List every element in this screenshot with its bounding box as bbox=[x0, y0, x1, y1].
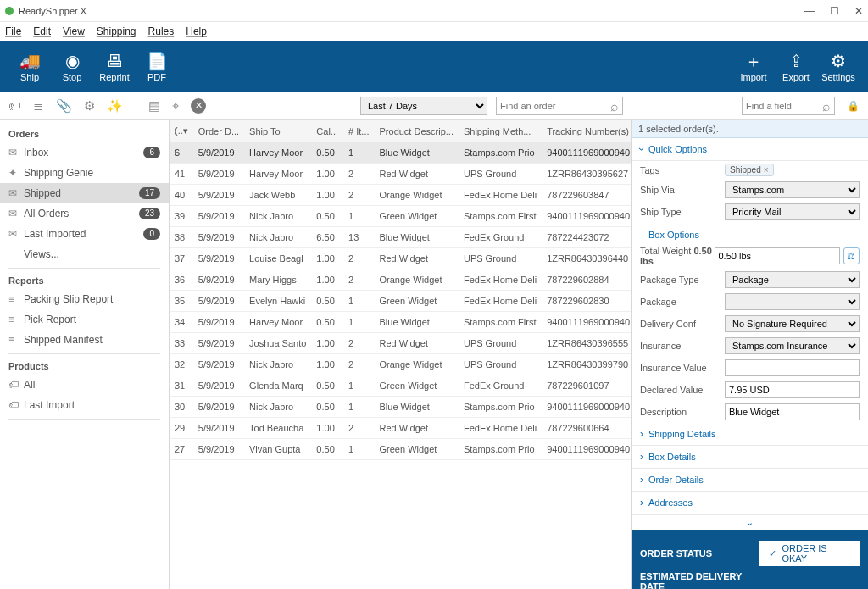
table-row[interactable]: 405/9/2019Jack Webb1.002Orange WidgetFed… bbox=[170, 185, 631, 206]
ship-button[interactable]: 🚚Ship bbox=[8, 50, 51, 82]
package-select[interactable] bbox=[725, 293, 860, 310]
import-button[interactable]: ＋Import bbox=[732, 50, 775, 82]
table-row[interactable]: 415/9/2019Harvey Moor1.002Red WidgetUPS … bbox=[170, 164, 631, 185]
menu-help[interactable]: Help bbox=[186, 25, 207, 37]
table-row[interactable]: 385/9/2019Nick Jabro6.5013Blue WidgetFed… bbox=[170, 227, 631, 248]
package-type-select[interactable]: Package bbox=[725, 271, 860, 288]
section-box-details[interactable]: Box Details bbox=[632, 446, 868, 469]
export-button[interactable]: ⇪Export bbox=[775, 50, 817, 82]
settings-button-icon: ⚙ bbox=[831, 50, 846, 72]
sidebar-item-pick-report[interactable]: ≡Pick Report bbox=[0, 309, 169, 330]
delivery-conf-select[interactable]: No Signature Required bbox=[725, 315, 860, 332]
note-icon[interactable]: ▤ bbox=[148, 98, 160, 114]
insurance-select[interactable]: Stamps.com Insurance bbox=[725, 337, 860, 354]
table-row[interactable]: 395/9/2019Nick Jabro0.501Green WidgetSta… bbox=[170, 206, 631, 227]
table-row[interactable]: 325/9/2019Nick Jabro1.002Orange WidgetUP… bbox=[170, 354, 631, 375]
shipped-badge: 17 bbox=[139, 187, 160, 199]
crosshair-icon[interactable]: ⌖ bbox=[172, 98, 179, 114]
sidebar-item-inbox[interactable]: ✉Inbox6 bbox=[0, 142, 169, 163]
box-options-header: Box Options bbox=[632, 223, 868, 243]
col-header[interactable]: Product Descrip... bbox=[375, 120, 459, 142]
reprint-button-icon: 🖶 bbox=[106, 50, 123, 72]
shiptype-label: Ship Type bbox=[640, 207, 725, 217]
details-panel: 1 selected order(s). Quick Options Tags … bbox=[631, 120, 868, 589]
tag-shipped[interactable]: Shipped× bbox=[725, 164, 774, 176]
lock-add-icon[interactable]: 🔒 bbox=[847, 100, 860, 112]
all-orders-badge: 23 bbox=[139, 208, 160, 219]
clear-icon[interactable]: ✕ bbox=[191, 98, 206, 114]
menu-view[interactable]: View bbox=[63, 25, 85, 37]
scale-icon[interactable]: ⚖ bbox=[843, 247, 860, 264]
table-row[interactable]: 65/9/2019Harvey Moor0.501Blue WidgetStam… bbox=[170, 142, 631, 164]
menu-shipping[interactable]: Shipping bbox=[97, 25, 136, 37]
wand-icon[interactable]: ✨ bbox=[107, 98, 123, 114]
status-box: ORDER STATUS ✓ ORDER IS OKAY ESTIMATED D… bbox=[632, 530, 868, 589]
table-row[interactable]: 345/9/2019Harvey Moor0.501Blue WidgetSta… bbox=[170, 312, 631, 333]
declared-value-input[interactable] bbox=[725, 381, 860, 398]
minimize-button[interactable]: — bbox=[804, 5, 815, 17]
total-weight-input[interactable] bbox=[715, 247, 840, 264]
col-header[interactable]: (..▾ bbox=[170, 120, 193, 142]
menu-edit[interactable]: Edit bbox=[33, 25, 51, 37]
insurance-value-input[interactable] bbox=[725, 359, 860, 376]
sidebar-item-last-import-products[interactable]: 🏷Last Import bbox=[0, 395, 169, 415]
section-addresses[interactable]: Addresses bbox=[632, 492, 868, 514]
table-row[interactable]: 295/9/2019Tod Beaucha1.002Red WidgetFedE… bbox=[170, 418, 631, 439]
find-field-input[interactable] bbox=[742, 97, 835, 115]
stop-button[interactable]: ◉Stop bbox=[51, 50, 93, 82]
search-icon: ⌕ bbox=[610, 99, 619, 114]
last-imported-icon: ✉ bbox=[8, 228, 24, 240]
table-row[interactable]: 335/9/2019Joshua Santo1.002Red WidgetUPS… bbox=[170, 333, 631, 354]
table-row[interactable]: 305/9/2019Nick Jabro0.501Blue WidgetStam… bbox=[170, 397, 631, 418]
inbox-badge: 6 bbox=[143, 147, 160, 158]
col-header[interactable]: Tracking Number(s) bbox=[542, 120, 631, 142]
pdf-button[interactable]: 📄PDF bbox=[136, 50, 178, 82]
table-header-row: (..▾Order D...Ship ToCal...# It...Produc… bbox=[170, 120, 631, 142]
menubar: FileEditViewShippingRulesHelp bbox=[0, 22, 868, 41]
section-order-details[interactable]: Order Details bbox=[632, 469, 868, 492]
date-range-select[interactable]: Last 7 Days bbox=[360, 97, 487, 115]
section-shipping-details[interactable]: Shipping Details bbox=[632, 423, 868, 446]
sidebar-item-shipped[interactable]: ✉Shipped17 bbox=[0, 183, 169, 203]
shipped-icon: ✉ bbox=[8, 187, 24, 199]
shipvia-select[interactable]: Stamps.com bbox=[725, 181, 860, 198]
settings-button[interactable]: ⚙Settings bbox=[817, 50, 860, 82]
col-header[interactable]: Ship To bbox=[244, 120, 311, 142]
stop-button-icon: ◉ bbox=[65, 50, 80, 72]
sidebar-item-shipping-genie[interactable]: ✦Shipping Genie bbox=[0, 163, 169, 183]
reprint-button[interactable]: 🖶Reprint bbox=[93, 50, 136, 82]
table-row[interactable]: 355/9/2019Evelyn Hawki0.501Green WidgetF… bbox=[170, 291, 631, 312]
tag-icon[interactable]: 🏷 bbox=[8, 98, 21, 114]
sidebar-item-views[interactable]: Views... bbox=[0, 244, 169, 264]
sidebar-item-all-orders[interactable]: ✉All Orders23 bbox=[0, 203, 169, 224]
col-header[interactable]: # It... bbox=[343, 120, 374, 142]
sidebar-item-all-products[interactable]: 🏷All bbox=[0, 375, 169, 395]
export-button-icon: ⇪ bbox=[789, 50, 804, 72]
table-row[interactable]: 365/9/2019Mary Higgs1.002Orange WidgetFe… bbox=[170, 269, 631, 291]
sidebar-item-last-imported[interactable]: ✉Last Imported0 bbox=[0, 224, 169, 244]
menu-rules[interactable]: Rules bbox=[148, 25, 175, 37]
col-header[interactable]: Order D... bbox=[193, 120, 244, 142]
col-header[interactable]: Cal... bbox=[311, 120, 343, 142]
panel-expander[interactable]: ⌄ bbox=[632, 514, 868, 530]
table-row[interactable]: 375/9/2019Louise Beagl1.002Red WidgetUPS… bbox=[170, 248, 631, 269]
gear-icon[interactable]: ⚙ bbox=[84, 98, 95, 114]
pdf-button-icon: 📄 bbox=[147, 50, 168, 72]
sidebar-item-shipped-manifest[interactable]: ≡Shipped Manifest bbox=[0, 330, 169, 350]
quick-options-header[interactable]: Quick Options bbox=[632, 138, 868, 161]
col-header[interactable]: Shipping Meth... bbox=[459, 120, 542, 142]
section-reports: Reports bbox=[0, 272, 169, 289]
attach-icon[interactable]: 📎 bbox=[56, 98, 72, 114]
table-row[interactable]: 275/9/2019Vivan Gupta0.501Green WidgetSt… bbox=[170, 439, 631, 460]
shipped-manifest-icon: ≡ bbox=[8, 334, 24, 346]
maximize-button[interactable]: ☐ bbox=[830, 5, 839, 17]
shiptype-select[interactable]: Priority Mail bbox=[725, 203, 860, 220]
table-row[interactable]: 315/9/2019Glenda Marq0.501Green WidgetFe… bbox=[170, 375, 631, 397]
lines-icon[interactable]: ≣ bbox=[33, 98, 44, 114]
sidebar-item-packing-slip-report[interactable]: ≡Packing Slip Report bbox=[0, 289, 169, 309]
order-status-badge: ✓ ORDER IS OKAY bbox=[759, 541, 860, 566]
description-input[interactable] bbox=[725, 403, 860, 420]
menu-file[interactable]: File bbox=[5, 25, 21, 37]
find-order-input[interactable] bbox=[496, 97, 623, 115]
close-button[interactable]: ✕ bbox=[854, 5, 863, 17]
